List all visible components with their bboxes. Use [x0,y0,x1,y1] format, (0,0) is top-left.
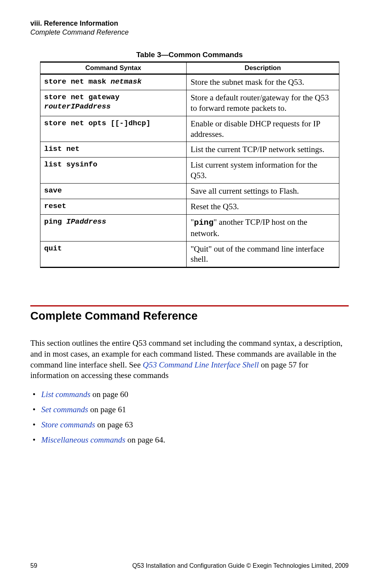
table-row: store net mask netmask Store the subnet … [40,74,339,90]
table-row: quit "Quit" out of the command line inte… [40,241,339,268]
cell-desc: Enable or disable DHCP requests for IP a… [187,116,339,142]
list-item: List commands on page 60 [30,390,349,399]
link-store-commands[interactable]: Store commands [41,420,95,429]
cell-syntax: ping IPaddress [40,214,187,241]
footer-info: Q53 Installation and Configuration Guide… [132,562,349,569]
table-row: list sysinfo List current system informa… [40,158,339,184]
table-header-row: Command Syntax Description [40,62,339,74]
col-header-description: Description [187,62,339,74]
list-item: Miscellaneous commands on page 64. [30,435,349,445]
table-row: store net opts [[-]dhcp] Enable or disab… [40,116,339,142]
table-row: store net gateway routerIPaddress Store … [40,90,339,116]
cell-desc: Reset the Q53. [187,199,339,214]
list-item: Set commands on page 61 [30,405,349,415]
cell-desc: "ping" another TCP/IP host on the networ… [187,214,339,241]
cell-desc: "Quit" out of the command line interface… [187,241,339,268]
cell-syntax: store net opts [[-]dhcp] [40,116,187,142]
cell-desc: List current system information for the … [187,158,339,184]
list-item: Store commands on page 63 [30,420,349,430]
section-divider [30,305,349,306]
cell-desc: Save all current settings to Flash. [187,184,339,199]
table-row: reset Reset the Q53. [40,199,339,214]
cell-syntax: list sysinfo [40,158,187,184]
link-cli-shell[interactable]: Q53 Command Line Interface Shell [143,360,259,369]
link-list-commands[interactable]: List commands [41,390,91,399]
links-list: List commands on page 60 Set commands on… [30,390,349,445]
table-row: list net List the current TCP/IP network… [40,142,339,158]
commands-table: Command Syntax Description store net mas… [40,61,339,268]
cell-syntax: store net gateway routerIPaddress [40,90,187,116]
cell-syntax: store net mask netmask [40,74,187,90]
cell-desc: List the current TCP/IP network settings… [187,142,339,158]
table-title: Table 3—Common Commands [30,51,349,59]
table-row: ping IPaddress "ping" another TCP/IP hos… [40,214,339,241]
section-title: Complete Command Reference [30,310,349,322]
link-set-commands[interactable]: Set commands [41,405,88,414]
cell-syntax: list net [40,142,187,158]
link-misc-commands[interactable]: Miscellaneous commands [41,435,125,444]
cell-syntax: save [40,184,187,199]
cell-syntax: quit [40,241,187,268]
col-header-syntax: Command Syntax [40,62,187,74]
cell-desc: Store a default router/gateway for the Q… [187,90,339,116]
cell-syntax: reset [40,199,187,214]
footer: 59 Q53 Installation and Configuration Gu… [30,562,349,569]
header-chapter: viii. Reference Information [30,19,349,28]
page-number: 59 [30,562,37,569]
intro-paragraph: This section outlines the entire Q53 com… [30,338,349,381]
cell-desc: Store the subnet mask for the Q53. [187,74,339,90]
header-section: Complete Command Reference [30,28,349,37]
table-row: save Save all current settings to Flash. [40,184,339,199]
